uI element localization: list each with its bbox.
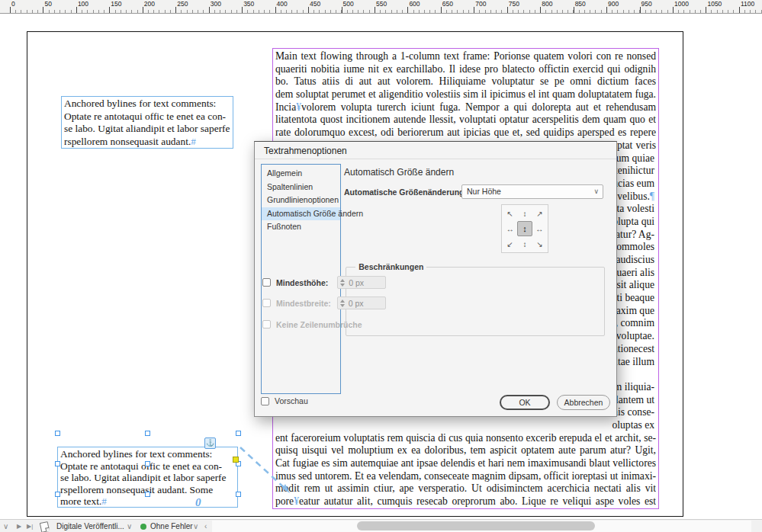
- text-line: imus sed untorem. Et ea velendam, consec…: [275, 470, 656, 483]
- constraints-legend: Beschränkungen: [355, 262, 426, 271]
- text-line: Anchored bylines for text comments:: [64, 98, 230, 111]
- min-width-value: 0 px: [349, 299, 364, 308]
- anchor-grid-cell[interactable]: ↗: [532, 206, 547, 221]
- dialog-tab-automatisch-gr-e-ndern[interactable]: Automatisch Größe ändern: [262, 207, 340, 221]
- dialog-title: Textrahmenoptionen: [264, 146, 347, 156]
- anchor-grid-cell[interactable]: ↖: [503, 206, 517, 221]
- anchor-badge-icon[interactable]: ⚓: [204, 437, 216, 449]
- text-line: se labo. Ugitat aliandipit et labor sape…: [64, 123, 230, 136]
- preview-checkbox[interactable]: [261, 397, 269, 405]
- selection-handle[interactable]: [145, 431, 150, 436]
- selection-handle[interactable]: [145, 492, 150, 497]
- preflight-status[interactable]: Ohne Fehler: [150, 520, 193, 532]
- no-line-breaks-label: Keine Zeilenumbrüche: [276, 320, 362, 329]
- last-page-button[interactable]: ▶|: [27, 520, 33, 532]
- anchor-connector-line: [236, 443, 297, 498]
- selection-handle[interactable]: [236, 431, 241, 436]
- min-width-label: Mindestbreite:: [276, 299, 331, 308]
- min-width-row: Mindestbreite: 0 px: [262, 296, 386, 309]
- text-line: modit rem ut assimin ctiur, ape verspera…: [275, 482, 656, 495]
- chevron-down-icon: ∨: [593, 185, 599, 198]
- anchor-grid-cell[interactable]: ↙: [503, 236, 517, 252]
- document-menu[interactable]: Digitale Veröffentli...: [56, 520, 124, 532]
- corner-effect-handle[interactable]: [233, 457, 239, 463]
- panel-heading: Automatisch Größe ändern: [344, 167, 454, 178]
- status-bar: ∨ ▶ ▶| Digitale Veröffentli... ∨ Ohne Fe…: [0, 519, 762, 532]
- min-width-stepper[interactable]: 0 px: [337, 296, 386, 309]
- anchor-grid-cell[interactable]: ↕: [517, 206, 532, 221]
- indesign-window: 0501001502002503003504004505005506006507…: [0, 0, 762, 532]
- selection-handle[interactable]: [145, 461, 150, 466]
- autosize-dropdown[interactable]: Nur Höhe ∨: [461, 184, 603, 199]
- text-line: oluptas ex: [275, 419, 656, 432]
- min-height-row: Mindesthöhe: 0 px: [262, 276, 386, 289]
- page-icon: [40, 521, 50, 532]
- selection-handle[interactable]: [55, 461, 60, 466]
- no-breaks-row: Keine Zeilenumbrüche: [262, 318, 362, 331]
- scroll-left-icon[interactable]: ‹: [204, 520, 207, 532]
- selection-handle[interactable]: [55, 431, 60, 436]
- min-height-value: 0 px: [349, 278, 364, 287]
- text-line: se labo. Ugitat aliandipit et labor sape…: [60, 472, 235, 484]
- selection-handle[interactable]: [55, 492, 60, 497]
- min-height-label: Mindesthöhe:: [276, 278, 328, 287]
- anchored-text-frame-selected[interactable]: Anchored bylines for text comments:Optat…: [57, 447, 238, 508]
- preview-label: Vorschau: [275, 396, 308, 405]
- preflight-status-icon: [140, 524, 146, 530]
- stepper-arrows-icon[interactable]: [338, 300, 347, 307]
- text-line: quisq uisqui vel moluptium ex ea dolorib…: [275, 444, 656, 457]
- anchor-grid-cell[interactable]: ↕: [517, 221, 532, 236]
- min-height-checkbox[interactable]: [262, 278, 271, 287]
- no-line-breaks-checkbox[interactable]: [262, 320, 271, 328]
- text-line: Optate re antotaqui offic te enet ea con…: [64, 111, 230, 123]
- text-line: bo. Tatus atiis di aut aut volorem. Hili…: [275, 75, 656, 88]
- horizontal-ruler[interactable]: 0501001502002503003504004505005506006507…: [0, 0, 762, 14]
- min-height-stepper[interactable]: 0 px: [337, 276, 386, 289]
- autosize-indicator: 0: [195, 496, 201, 509]
- dialog-tab-spaltenlinien[interactable]: Spaltenlinien: [262, 181, 340, 194]
- dialog-tab-fu-noten[interactable]: Fußnoten: [262, 220, 340, 234]
- autosize-anchor-grid[interactable]: ↖↕↗↔↕↔↙↕↘: [501, 204, 548, 253]
- preflight-chevron-icon[interactable]: ∨: [193, 520, 198, 532]
- selection-handle[interactable]: [236, 492, 241, 497]
- ok-button[interactable]: OK: [500, 395, 550, 410]
- autosize-dropdown-value: Nur Höhe: [467, 187, 501, 196]
- text-line: Main text flowing through a 1-column tex…: [275, 50, 656, 63]
- dialog-tab-grundlinienoptionen[interactable]: Grundlinienoptionen: [262, 194, 340, 207]
- preview-row: Vorschau: [261, 396, 308, 405]
- text-line: Anchored bylines for text comments:: [60, 448, 235, 460]
- anchor-grid-cell[interactable]: ↘: [532, 236, 547, 252]
- autosize-label: Automatische Größenänderung: [344, 187, 465, 197]
- dialog-separator: [255, 159, 616, 159]
- stepper-arrows-icon[interactable]: [338, 279, 347, 287]
- text-line: quaeriti nobitia iume nit ex earchillabo…: [275, 63, 656, 76]
- horizontal-scrollbar-track[interactable]: [212, 521, 751, 532]
- horizontal-scrollbar-thumb[interactable]: [357, 521, 595, 530]
- text-frame-options-dialog: Textrahmenoptionen AllgemeinSpaltenlinie…: [254, 141, 617, 417]
- text-line: Incia¥volorem volupta turerch iciunt fug…: [275, 101, 656, 114]
- text-line: rspellorem nonsequasit audant.#: [64, 136, 230, 149]
- anchored-text-frame-top[interactable]: Anchored bylines for text comments:Optat…: [61, 96, 233, 149]
- cancel-button[interactable]: Abbrechen: [557, 395, 610, 410]
- min-width-checkbox[interactable]: [262, 299, 271, 307]
- text-line: litatentota quost incitionem autende lle…: [275, 114, 656, 127]
- text-line: rate dolorumquo excest, odi beriorerum a…: [275, 127, 656, 139]
- text-line: ent faceroreium voluptatis rem quiscia d…: [275, 432, 656, 445]
- document-menu-chevron-icon[interactable]: ∨: [127, 520, 132, 532]
- anchor-grid-cell[interactable]: ↔: [503, 221, 517, 236]
- dialog-tab-allgemein[interactable]: Allgemein: [262, 167, 340, 181]
- next-page-button[interactable]: ▶: [17, 520, 21, 532]
- text-line: dem soluptat perumet et aligenditio vole…: [275, 88, 656, 101]
- anchor-grid-cell[interactable]: ↔: [532, 221, 547, 236]
- text-line: Cat fugiae es sim autemquiae ant ipsae d…: [275, 457, 656, 470]
- text-line: more text.#: [60, 495, 235, 508]
- zoom-dropdown-chevron-icon[interactable]: ∨: [3, 520, 8, 532]
- anchor-grid-cell[interactable]: ↕: [517, 236, 532, 252]
- text-line: pore¥eatur autatur alit, cumquis resecab…: [275, 495, 656, 508]
